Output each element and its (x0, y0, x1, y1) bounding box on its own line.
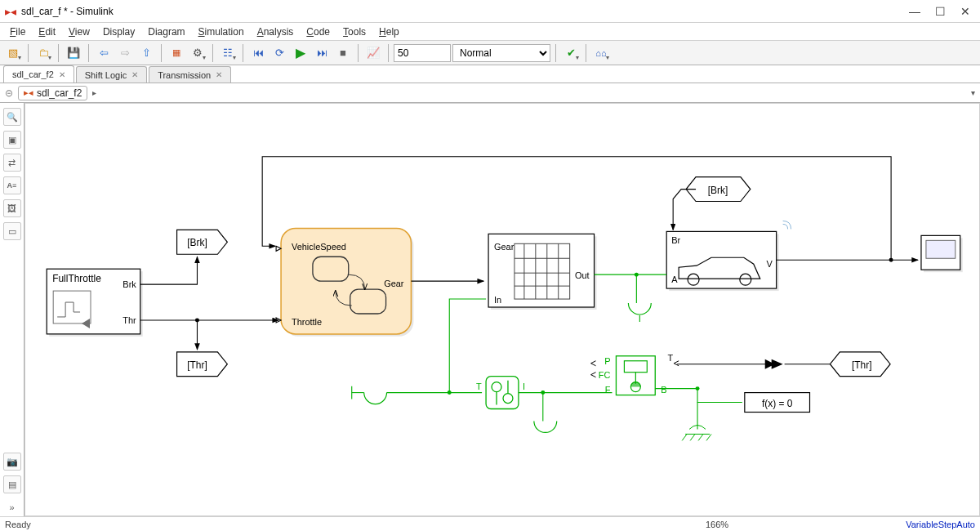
hide-explorer-bar-icon[interactable]: ⊝ (5, 87, 13, 99)
svg-text:f(x) = 0: f(x) = 0 (762, 398, 793, 409)
svg-rect-40 (926, 240, 956, 258)
diagram-canvas[interactable]: FullThrottle Brk Thr [Brk] [Thr] (24, 103, 980, 516)
block-signal-builder[interactable]: FullThrottle Brk Thr (47, 269, 143, 337)
svg-line-66 (690, 434, 695, 440)
screenshot-icon[interactable]: 📷 (3, 453, 21, 471)
svg-text:I: I (523, 382, 525, 391)
library-browser-button[interactable]: ▦ (167, 43, 186, 63)
svg-line-67 (698, 434, 703, 440)
menu-edit[interactable]: Edit (32, 25, 62, 39)
svg-text:Brk: Brk (122, 279, 136, 289)
model-tab-label: Shift Logic (85, 70, 127, 80)
open-button[interactable]: 🗀 (33, 43, 53, 63)
svg-text:[Thr]: [Thr] (187, 359, 207, 371)
annotation-tool-icon[interactable]: A≡ (3, 176, 21, 194)
block-goto-thr[interactable]: [Thr] (177, 352, 228, 377)
svg-text:F: F (605, 385, 611, 395)
block-torque-converter[interactable]: T I (476, 377, 525, 409)
block-simulink-ps-converter[interactable] (765, 359, 783, 369)
status-solver[interactable]: VariableStepAuto (906, 520, 975, 529)
svg-rect-46 (486, 377, 519, 409)
stop-time-input[interactable] (394, 44, 451, 62)
menu-diagram[interactable]: Diagram (141, 25, 191, 39)
zoom-rect-icon[interactable]: ▣ (3, 131, 21, 149)
block-transmission[interactable]: Gear In Out (488, 234, 596, 310)
fast-restart-button[interactable]: ⟳ (270, 43, 289, 63)
new-model-button[interactable]: ▧ (3, 43, 23, 63)
window-minimize-button[interactable]: — (909, 5, 920, 18)
model-icon: ▸◂ (24, 87, 33, 98)
svg-text:Br: Br (671, 235, 680, 245)
svg-line-68 (706, 434, 711, 440)
nav-up-button[interactable]: ⇧ (136, 43, 156, 63)
svg-rect-3 (53, 291, 91, 324)
area-tool-icon[interactable]: ▭ (3, 222, 21, 240)
step-forward-button[interactable]: ⏭ (312, 43, 332, 63)
stop-button[interactable]: ■ (333, 43, 353, 63)
block-mechanical-rotational-reference[interactable] (352, 386, 387, 404)
chevron-right-icon: ▸ (92, 88, 96, 97)
menu-view[interactable]: View (62, 25, 96, 39)
requirements-icon[interactable]: ▤ (3, 475, 21, 493)
nav-forward-button[interactable]: ⇨ (115, 43, 135, 63)
palette-toolbar: 🔍 ▣ ⇄ A≡ 🖼 ▭ 📷 ▤ » (0, 103, 24, 516)
block-vehicle-body[interactable]: Br A V (666, 221, 791, 291)
svg-text:Gear: Gear (494, 242, 514, 252)
breadcrumb-root[interactable]: ▸◂ sdl_car_f2 (18, 86, 87, 100)
menu-simulation[interactable]: Simulation (192, 25, 251, 39)
arrow-tool-icon[interactable]: ⇄ (3, 154, 21, 172)
svg-point-63 (696, 386, 700, 390)
zoom-fit-icon[interactable]: 🔍 (3, 108, 21, 126)
block-from-thr[interactable]: [Thr] (830, 352, 890, 377)
model-tab-shiftlogic[interactable]: Shift Logic ✕ (76, 66, 147, 83)
close-icon[interactable]: ✕ (59, 70, 65, 79)
block-mechanical-ground[interactable] (682, 403, 711, 441)
step-back-button[interactable]: ⏮ (248, 43, 268, 63)
menu-code[interactable]: Code (300, 25, 336, 39)
main-toolbar: ▧ 🗀 💾 ⇦ ⇨ ⇧ ▦ ⚙ ☷ ⏮ ⟳ ▶ ⏭ ■ 📈 Normal ✔ ⌂… (0, 41, 980, 65)
nav-back-button[interactable]: ⇦ (94, 43, 114, 63)
chevron-down-icon[interactable]: ▾ (971, 88, 975, 97)
simulink-app-icon: ▸◂ (5, 5, 16, 18)
menu-help[interactable]: Help (372, 25, 406, 39)
block-stateflow-shift-logic[interactable]: VehicleSpeed Throttle Gear (276, 228, 413, 336)
svg-line-65 (682, 434, 687, 440)
svg-text:Gear: Gear (384, 279, 404, 288)
svg-text:Thr: Thr (122, 315, 136, 325)
image-tool-icon[interactable]: 🖼 (3, 199, 21, 217)
model-advisor-button[interactable]: ✔ (561, 43, 581, 63)
svg-point-47 (492, 382, 501, 392)
status-zoom[interactable]: 166% (706, 520, 728, 529)
svg-text:Throttle: Throttle (292, 317, 322, 327)
save-button[interactable]: 💾 (64, 43, 83, 63)
menu-tools[interactable]: Tools (336, 25, 372, 39)
model-config-button[interactable]: ⚙ (188, 43, 207, 63)
expand-palette-icon[interactable]: » (3, 498, 21, 516)
model-tab-strip: sdl_car_f2 ✕ Shift Logic ✕ Transmission … (0, 65, 980, 83)
window-maximize-button[interactable]: ☐ (935, 5, 946, 18)
breadcrumb-label: sdl_car_f2 (37, 87, 82, 99)
close-icon[interactable]: ✕ (131, 70, 138, 79)
block-goto-brk[interactable]: [Brk] (177, 230, 228, 254)
model-tab-transmission[interactable]: Transmission ✕ (149, 66, 231, 83)
menu-display[interactable]: Display (96, 25, 141, 39)
svg-text:B: B (661, 385, 666, 395)
block-engine[interactable]: F B P FC (591, 356, 667, 395)
svg-text:A: A (671, 274, 678, 284)
model-explorer-button[interactable]: ☷ (218, 43, 238, 63)
simulation-mode-select[interactable]: Normal (452, 44, 550, 62)
menu-file[interactable]: File (3, 25, 32, 39)
breadcrumb-bar: ⊝ ▸◂ sdl_car_f2 ▸ ▾ (0, 83, 980, 103)
build-button[interactable]: ⌂⌂ (591, 43, 611, 63)
simulation-data-inspector-button[interactable]: 📈 (363, 43, 383, 63)
window-close-button[interactable]: ✕ (960, 5, 970, 18)
run-button[interactable]: ▶ (291, 43, 310, 63)
svg-text:VehicleSpeed: VehicleSpeed (292, 242, 346, 252)
svg-text:V: V (766, 259, 773, 269)
close-icon[interactable]: ✕ (216, 70, 222, 79)
block-scope[interactable] (921, 235, 963, 272)
menu-analysis[interactable]: Analysis (251, 25, 301, 39)
svg-text:T: T (476, 382, 482, 391)
model-tab-sdlcarf2[interactable]: sdl_car_f2 ✕ (3, 65, 74, 83)
block-solver-configuration[interactable]: f(x) = 0 (745, 393, 810, 413)
